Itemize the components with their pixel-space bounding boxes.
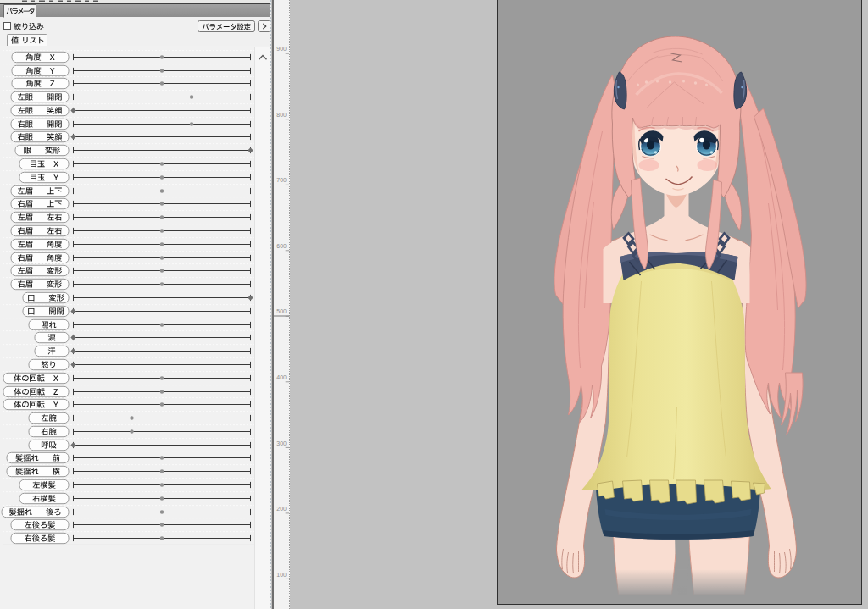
svg-text:800: 800 — [276, 112, 287, 118]
svg-text:300: 300 — [276, 440, 287, 446]
svg-text:600: 600 — [276, 243, 287, 249]
svg-text:500: 500 — [276, 308, 287, 314]
svg-text:200: 200 — [276, 506, 287, 512]
svg-text:900: 900 — [276, 46, 287, 52]
svg-text:400: 400 — [276, 374, 287, 380]
svg-text:100: 100 — [276, 572, 287, 578]
svg-text:700: 700 — [276, 177, 287, 183]
